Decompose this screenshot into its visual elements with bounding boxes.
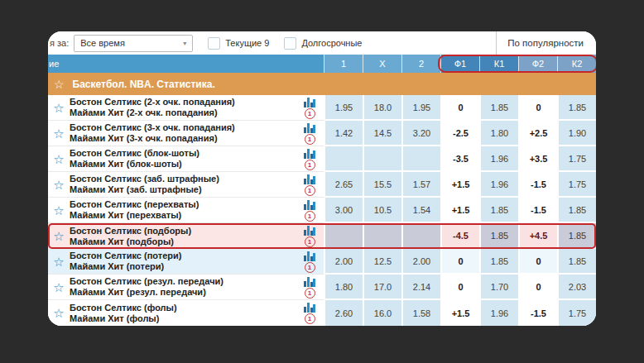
odds-cell[interactable]: 2.03	[557, 275, 596, 300]
table-row[interactable]: ☆ Бостон Селтикс (фолы) Майами Хит (фолы…	[48, 300, 596, 326]
odds-cell[interactable]: 1.85	[557, 223, 596, 249]
odds-cell[interactable]: 0	[440, 275, 479, 300]
event-name-cell[interactable]: ☆ Бостон Селтикс (потери) Майами Хит (по…	[48, 249, 324, 275]
odds-cell[interactable]: -3.5	[440, 146, 479, 172]
table-row[interactable]: ☆ Бостон Селтикс (2-х очк. попадания) Ма…	[48, 95, 596, 121]
event-name-cell[interactable]: ☆ Бостон Селтикс (3-х очк. попадания) Ма…	[48, 121, 324, 146]
odds-cell[interactable]: 0	[440, 249, 479, 275]
odds-cell[interactable]: 2.00	[401, 249, 440, 275]
odds-cell[interactable]: 1.96	[479, 146, 518, 172]
circled-1-icon[interactable]: 1	[305, 185, 315, 196]
favorite-star-icon[interactable]: ☆	[48, 204, 70, 217]
odds-cell[interactable]: 1.85	[557, 249, 596, 275]
odds-cell[interactable]: 2.00	[324, 249, 363, 275]
odds-cell[interactable]: 16.0	[363, 300, 401, 326]
odds-cell[interactable]: +1.5	[440, 300, 479, 326]
odds-cell[interactable]: 15.5	[363, 172, 401, 198]
table-row[interactable]: ☆ Бостон Селтикс (перехваты) Майами Хит …	[48, 198, 596, 223]
odds-cell[interactable]: 2.60	[324, 300, 363, 326]
odds-cell[interactable]	[401, 223, 440, 249]
event-name-cell[interactable]: ☆ Бостон Селтикс (подборы) Майами Хит (п…	[48, 223, 324, 249]
bar-chart-icon[interactable]	[304, 276, 315, 287]
odds-cell[interactable]	[363, 146, 401, 172]
odds-cell[interactable]: -2.5	[440, 121, 479, 146]
favorite-star-icon[interactable]: ☆	[48, 102, 70, 114]
odds-cell[interactable]: 1.57	[401, 172, 440, 198]
odds-cell[interactable]: 1.58	[401, 300, 440, 326]
event-name-cell[interactable]: ☆ Бостон Селтикс (перехваты) Майами Хит …	[48, 198, 324, 223]
table-row[interactable]: ☆ Бостон Селтикс (резул. передачи) Майам…	[48, 275, 596, 300]
table-row[interactable]: ☆ Бостон Селтикс (заб. штрафные) Майами …	[48, 172, 596, 198]
odds-cell[interactable]: 1.85	[479, 95, 518, 121]
bar-chart-icon[interactable]	[304, 199, 315, 210]
odds-cell[interactable]: -1.5	[518, 172, 557, 198]
odds-cell[interactable]: 1.80	[324, 275, 363, 300]
odds-cell[interactable]: 1.85	[557, 95, 596, 121]
table-row[interactable]: ☆ Бостон Селтикс (блок-шоты) Майами Хит …	[48, 146, 596, 172]
odds-cell[interactable]: 1.75	[557, 146, 596, 172]
odds-cell[interactable]: +1.5	[440, 172, 479, 198]
favorite-star-icon[interactable]: ☆	[48, 256, 70, 268]
bar-chart-icon[interactable]	[304, 225, 315, 236]
odds-cell[interactable]	[401, 146, 440, 172]
odds-cell[interactable]: 17.0	[363, 275, 401, 300]
odds-cell[interactable]: 1.85	[557, 198, 596, 223]
odds-cell[interactable]: 2.65	[324, 172, 363, 198]
odds-cell[interactable]: 1.85	[479, 249, 518, 275]
odds-cell[interactable]: 1.80	[479, 121, 518, 146]
table-row[interactable]: ☆ Бостон Селтикс (3-х очк. попадания) Ма…	[48, 121, 596, 146]
bar-chart-icon[interactable]	[304, 174, 315, 184]
odds-cell[interactable]: 3.00	[324, 198, 363, 223]
circled-1-icon[interactable]: 1	[305, 288, 315, 299]
odds-cell[interactable]	[324, 146, 363, 172]
odds-cell[interactable]: +3.5	[518, 146, 557, 172]
event-name-cell[interactable]: ☆ Бостон Селтикс (блок-шоты) Майами Хит …	[48, 146, 324, 172]
bar-chart-icon[interactable]	[304, 122, 315, 133]
odds-cell[interactable]: 0	[440, 95, 479, 121]
odds-cell[interactable]: 1.95	[401, 95, 440, 121]
odds-cell[interactable]: 3.20	[401, 121, 440, 146]
bar-chart-icon[interactable]	[304, 148, 315, 159]
odds-cell[interactable]: 12.5	[363, 249, 401, 275]
odds-cell[interactable]: 1.75	[557, 300, 596, 326]
odds-cell[interactable]	[363, 223, 401, 249]
odds-cell[interactable]: 1.70	[479, 275, 518, 300]
favorite-star-icon[interactable]: ☆	[48, 307, 70, 319]
odds-cell[interactable]: 1.95	[324, 95, 363, 121]
table-row[interactable]: ☆ Бостон Селтикс (потери) Майами Хит (по…	[48, 249, 596, 275]
circled-1-icon[interactable]: 1	[305, 262, 315, 273]
odds-cell[interactable]: 0	[518, 249, 557, 275]
favorite-star-icon[interactable]: ☆	[48, 281, 70, 294]
circled-1-icon[interactable]: 1	[305, 108, 315, 119]
event-name-cell[interactable]: ☆ Бостон Селтикс (2-х очк. попадания) Ма…	[48, 95, 324, 121]
odds-cell[interactable]: 10.5	[363, 198, 401, 223]
odds-cell[interactable]: 14.5	[363, 121, 401, 146]
event-name-cell[interactable]: ☆ Бостон Селтикс (заб. штрафные) Майами …	[48, 172, 324, 198]
odds-cell[interactable]: 1.96	[479, 300, 518, 326]
odds-cell[interactable]	[324, 223, 363, 249]
period-select[interactable]: Все время ▾	[74, 35, 193, 52]
odds-cell[interactable]: 0	[518, 95, 557, 121]
odds-cell[interactable]: +2.5	[518, 121, 557, 146]
bar-chart-icon[interactable]	[304, 302, 315, 313]
odds-cell[interactable]: 0	[518, 275, 557, 300]
favorite-star-icon[interactable]: ☆	[48, 127, 70, 140]
bar-chart-icon[interactable]	[304, 97, 315, 107]
odds-cell[interactable]: -4.5	[440, 223, 479, 249]
checkbox-longterm[interactable]	[284, 37, 296, 50]
odds-cell[interactable]: 1.90	[557, 121, 596, 146]
bar-chart-icon[interactable]	[304, 251, 315, 261]
odds-cell[interactable]: +1.5	[440, 198, 479, 223]
section-star-icon[interactable]: ☆	[54, 79, 65, 90]
odds-cell[interactable]: 1.75	[557, 172, 596, 198]
circled-1-icon[interactable]: 1	[305, 160, 315, 170]
circled-1-icon[interactable]: 1	[305, 236, 315, 247]
odds-cell[interactable]: 18.0	[363, 95, 401, 121]
event-name-cell[interactable]: ☆ Бостон Селтикс (резул. передачи) Майам…	[48, 275, 324, 300]
checkbox-current[interactable]	[208, 37, 220, 50]
favorite-star-icon[interactable]: ☆	[48, 230, 70, 242]
odds-cell[interactable]: +4.5	[518, 223, 557, 249]
favorite-star-icon[interactable]: ☆	[48, 179, 70, 191]
event-name-cell[interactable]: ☆ Бостон Селтикс (фолы) Майами Хит (фолы…	[48, 300, 324, 326]
circled-1-icon[interactable]: 1	[305, 211, 315, 222]
